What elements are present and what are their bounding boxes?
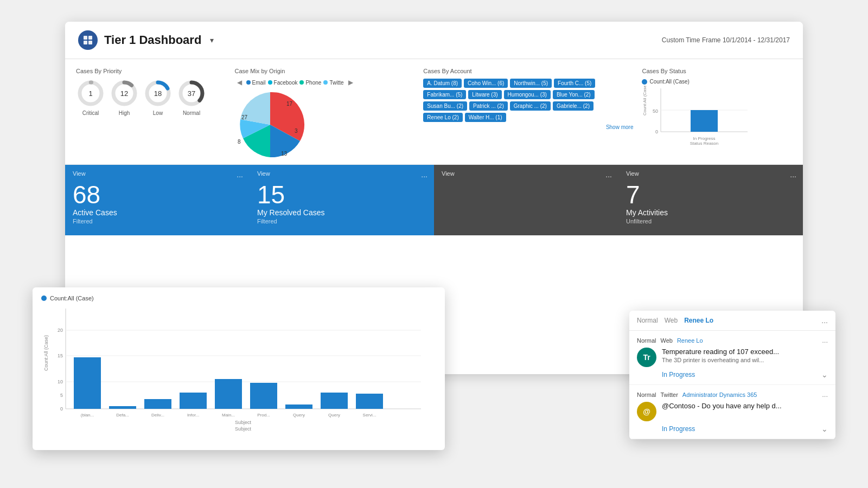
svg-text:1: 1 xyxy=(88,89,92,98)
meta1-source: Web xyxy=(660,337,672,344)
account-tag[interactable]: Humongou... (3) xyxy=(504,90,551,99)
show-more-link[interactable]: Show more xyxy=(423,124,633,130)
activity-item1-title: Temperature reading of 107 exceed... xyxy=(662,348,828,356)
pie-nav-next[interactable]: ▶ xyxy=(346,79,355,86)
tile3-more-button[interactable]: ... xyxy=(605,170,612,179)
tile2-view-label: View xyxy=(257,170,426,177)
tile-active-cases[interactable]: View ... 68 Active Cases Filtered xyxy=(65,165,250,235)
tile2-more-button[interactable]: ... xyxy=(421,170,427,179)
timeframe-label: Custom Time Frame 10/1/2014 - 12/31/2017 xyxy=(662,36,790,44)
account-tag[interactable]: Susan Bu... (2) xyxy=(423,101,467,111)
activity-tab-renee[interactable]: Renee Lo xyxy=(684,317,713,324)
svg-text:Subject: Subject xyxy=(235,420,252,425)
activity-item-1: Normal Web Renee Lo ... Tr Temperature r… xyxy=(629,331,835,385)
activity-item1-status: In Progress ⌄ xyxy=(637,370,828,379)
avatar-at: @ xyxy=(637,402,656,421)
activity-item1-more[interactable]: ... xyxy=(822,336,828,344)
status2-label: In Progress xyxy=(662,425,695,433)
chevron-down-icon[interactable]: ▾ xyxy=(210,36,214,44)
svg-rect-3 xyxy=(88,41,92,44)
svg-text:Infor...: Infor... xyxy=(187,413,199,418)
activity-item2-content: @ @Contoso - Do you have any help d... xyxy=(637,402,828,421)
activity-item2-text: @Contoso - Do you have any help d... xyxy=(662,402,828,411)
svg-text:17: 17 xyxy=(286,101,293,107)
tile4-subtitle: My Activities xyxy=(626,208,795,217)
floating-activity-panel: Normal Web Renee Lo ... Normal Web Renee… xyxy=(629,311,835,439)
tile1-more-button[interactable]: ... xyxy=(237,170,243,179)
account-tag[interactable]: Patrick ... (2) xyxy=(469,101,508,111)
status-legend-label: Count:All (Case) xyxy=(649,79,689,85)
activity-item1-text: Temperature reading of 107 exceed... The… xyxy=(662,348,828,363)
legend-phone: Phone xyxy=(299,80,321,86)
donut-critical-label: Critical xyxy=(82,110,99,116)
pie-nav-prev[interactable]: ◀ xyxy=(235,79,244,86)
svg-text:3: 3 xyxy=(295,128,298,134)
tile-resolved-cases[interactable]: View ... 15 My Resolved Cases Filtered xyxy=(250,165,434,235)
account-tag[interactable]: Fabrikam... (5) xyxy=(423,90,466,99)
account-tag[interactable]: Litware (3) xyxy=(468,90,501,99)
donuts-container: 1 Critical 12 High xyxy=(76,79,226,116)
svg-text:Count:All (Case): Count:All (Case) xyxy=(642,86,647,115)
priority-chart-section: Cases By Priority 1 Critical xyxy=(76,68,226,160)
tiles-row: View ... 68 Active Cases Filtered View .… xyxy=(65,165,803,235)
svg-text:13: 13 xyxy=(281,151,288,157)
svg-text:50: 50 xyxy=(653,108,658,114)
svg-text:Defa...: Defa... xyxy=(116,413,129,418)
legend-facebook: Facebook xyxy=(268,80,298,86)
activity-item2-header: Normal Twitter Administrator Dynamics 36… xyxy=(637,390,828,399)
pie-chart-svg: 17 3 13 8 27 xyxy=(235,89,305,160)
svg-text:0: 0 xyxy=(655,129,658,134)
account-tag[interactable]: Fourth C... (5) xyxy=(554,79,595,88)
svg-text:In Progress: In Progress xyxy=(693,136,716,141)
floating-barchart-legend: Count:All (Case) xyxy=(41,295,436,301)
activity-item2-status: In Progress ⌄ xyxy=(637,425,828,433)
casemix-chart-section: Case Mix by Origin ◀ Email Facebook Phon… xyxy=(235,68,415,160)
tile-activities[interactable]: View ... 7 My Activities Unfiltered xyxy=(618,165,803,235)
svg-rect-41 xyxy=(74,357,101,409)
svg-rect-1 xyxy=(88,36,92,40)
activity-item-2: Normal Twitter Administrator Dynamics 36… xyxy=(629,385,835,439)
tile1-subtitle: Active Cases xyxy=(73,208,242,217)
activity-item2-meta: Normal Twitter Administrator Dynamics 36… xyxy=(637,391,757,398)
account-tag[interactable]: Renee Lo (2) xyxy=(423,113,462,122)
activity-tab-normal[interactable]: Normal xyxy=(637,317,658,324)
tile1-filter: Filtered xyxy=(73,218,242,224)
charts-row: Cases By Priority 1 Critical xyxy=(65,59,803,165)
dashboard-title: Tier 1 Dashboard xyxy=(104,33,201,47)
svg-rect-51 xyxy=(250,383,277,409)
svg-text:15: 15 xyxy=(58,353,63,358)
account-tag[interactable]: A. Datum (8) xyxy=(423,79,462,88)
activity-header-more[interactable]: ... xyxy=(821,316,828,325)
svg-rect-45 xyxy=(144,399,171,409)
expand1-icon[interactable]: ⌄ xyxy=(821,370,828,379)
floating-barchart-panel: Count:All (Case) 20 15 10 5 0 Count:All … xyxy=(33,287,445,450)
donut-high: 12 High xyxy=(110,79,139,116)
tile4-number: 7 xyxy=(626,182,795,207)
account-tag[interactable]: Northwin... (5) xyxy=(510,79,552,88)
meta1-link[interactable]: Renee Lo xyxy=(677,337,703,344)
account-tag[interactable]: Graphic ... (2) xyxy=(510,101,551,111)
svg-text:Query: Query xyxy=(293,413,305,418)
account-tag[interactable]: Blue Yon... (2) xyxy=(553,90,595,99)
meta2-link[interactable]: Administrator Dynamics 365 xyxy=(682,391,757,398)
tile3-view-label: View xyxy=(442,170,611,177)
account-tags: A. Datum (8) Coho Win... (6) Northwin...… xyxy=(423,79,633,122)
account-tag[interactable]: Walter H... (1) xyxy=(465,113,506,122)
svg-text:8: 8 xyxy=(238,139,241,145)
tile1-number: 68 xyxy=(73,182,242,207)
tile2-number: 15 xyxy=(257,182,426,207)
expand2-icon[interactable]: ⌄ xyxy=(821,425,828,433)
avatar-tr: Tr xyxy=(637,348,656,367)
tile4-more-button[interactable]: ... xyxy=(790,170,796,179)
account-tag[interactable]: Gabriele... (2) xyxy=(553,101,593,111)
svg-text:5: 5 xyxy=(60,393,63,398)
activity-item1-desc: The 3D printer is overheating and wil... xyxy=(662,357,828,363)
status-chart-section: Cases By Status Count:All (Case) 50 0 xyxy=(642,68,792,160)
barchart-legend-label: Count:All (Case) xyxy=(50,295,94,301)
svg-text:Status Reason: Status Reason xyxy=(690,141,718,145)
donut-normal: 37 Normal xyxy=(177,79,206,116)
legend-email: Email xyxy=(246,80,266,86)
account-tag[interactable]: Coho Win... (6) xyxy=(464,79,508,88)
activity-item2-more[interactable]: ... xyxy=(822,390,828,399)
activity-tab-web[interactable]: Web xyxy=(665,317,678,324)
